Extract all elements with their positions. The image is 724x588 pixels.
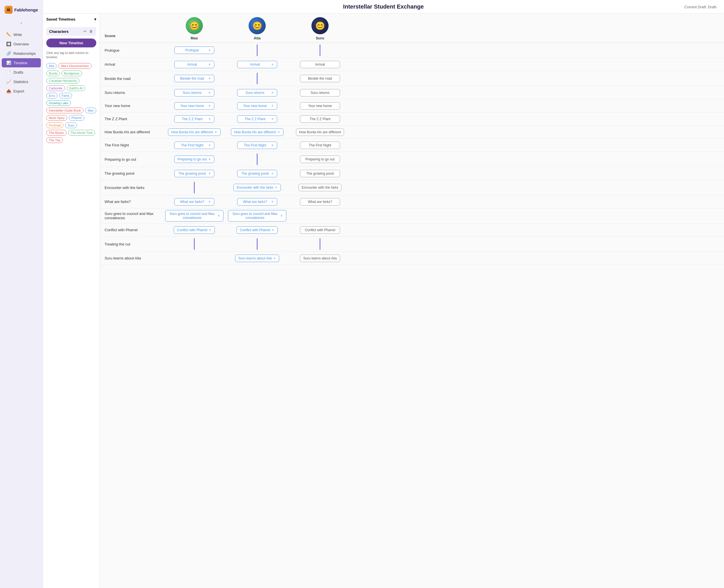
scene-tag[interactable]: Prologue× bbox=[174, 46, 214, 54]
scene-tag-remove-button[interactable]: × bbox=[208, 104, 211, 108]
tag-item[interactable]: Intersteller Guide Book bbox=[46, 108, 83, 113]
scene-tag[interactable]: The growing pond× bbox=[237, 170, 277, 177]
scene-tag-remove-button[interactable]: × bbox=[208, 91, 211, 95]
tag-item[interactable]: Pharrel bbox=[69, 115, 84, 121]
tag-item[interactable]: ProSnak bbox=[46, 123, 63, 128]
scene-tag[interactable]: What are farks?× bbox=[174, 198, 214, 206]
table-row: Beside the roadBeside the road×Beside th… bbox=[100, 71, 724, 86]
scene-label: Beside the road bbox=[100, 74, 163, 83]
nav-items: ✏️Write🔲Overview🔗Relationships📊Timeline📄… bbox=[0, 30, 43, 96]
scene-tag[interactable]: The First Night× bbox=[237, 142, 277, 149]
scene-cell-3-0: Suru returns× bbox=[163, 87, 226, 98]
scene-tag-remove-button[interactable]: × bbox=[275, 186, 278, 190]
tag-item[interactable]: Burdgeons bbox=[61, 70, 82, 76]
sidebar-item-statistics[interactable]: 📈Statistics bbox=[2, 77, 41, 86]
scene-tag-remove-button[interactable]: × bbox=[271, 117, 274, 121]
tag-item[interactable]: Max bbox=[85, 108, 96, 113]
write-icon: ✏️ bbox=[6, 32, 11, 37]
sidebar-item-export[interactable]: 📤Export bbox=[2, 86, 41, 96]
tag-item[interactable]: The Boxes bbox=[46, 130, 66, 135]
scene-tag-remove-button[interactable]: × bbox=[280, 214, 283, 218]
scene-tag-remove-button[interactable]: × bbox=[271, 200, 274, 204]
tag-item[interactable]: The Trip bbox=[46, 137, 63, 143]
tag-item[interactable]: Farks bbox=[59, 93, 72, 99]
scene-tag-remove-button[interactable]: × bbox=[208, 48, 211, 52]
scene-tag[interactable]: Your new home× bbox=[237, 102, 277, 110]
scene-tag-remove-button[interactable]: × bbox=[271, 143, 274, 147]
scene-tag-plain: Suru learns about Alia bbox=[300, 255, 340, 262]
characters-header: Characters ✏ 🗑 bbox=[46, 27, 96, 36]
scene-tag-text: The growing pond bbox=[177, 171, 207, 175]
table-row: The growing pondThe growing pond×The gro… bbox=[100, 167, 724, 180]
scene-tag-remove-button[interactable]: × bbox=[208, 77, 211, 81]
scene-tag[interactable]: How Burda AIs are different× bbox=[231, 128, 283, 136]
timeline-area[interactable]: Scene 😊 Max 😊 Alia 😊 Suru PrologueProlog… bbox=[100, 14, 724, 588]
scene-tag[interactable]: What are farks?× bbox=[237, 198, 277, 206]
header: Interstellar Student Exchange Current Dr… bbox=[43, 0, 724, 14]
tag-item[interactable]: Alia bbox=[46, 63, 57, 69]
tag-item[interactable]: Alia's Disconnection bbox=[58, 63, 92, 69]
scene-tag-text: Suru goes to council and Max convalesces bbox=[168, 212, 216, 220]
scene-tag-remove-button[interactable]: × bbox=[208, 200, 211, 204]
scene-tag[interactable]: Encounter with the farks× bbox=[234, 184, 281, 191]
scene-tag[interactable]: The growing pond× bbox=[174, 170, 214, 177]
scene-tag-remove-button[interactable]: × bbox=[271, 91, 274, 95]
delete-chars-button[interactable]: 🗑 bbox=[89, 29, 94, 34]
scene-tag[interactable]: Suru returns× bbox=[174, 89, 214, 97]
tag-item[interactable]: Growing Lake bbox=[46, 100, 71, 106]
scene-tag-remove-button[interactable]: × bbox=[277, 130, 280, 134]
sidebar-collapse[interactable]: ‹ bbox=[0, 18, 43, 30]
scene-tag-remove-button[interactable]: × bbox=[271, 104, 274, 108]
scene-cell-11-1: What are farks?× bbox=[226, 196, 288, 207]
chevron-down-icon[interactable]: ▾ bbox=[94, 17, 96, 21]
scene-tag[interactable]: Arrival× bbox=[174, 61, 214, 68]
scene-tag[interactable]: The First Night× bbox=[174, 142, 214, 149]
saved-timelines-header: Saved Timelines ▾ bbox=[46, 17, 96, 24]
tag-item[interactable]: Erra bbox=[46, 93, 57, 99]
scene-tag-remove-button[interactable]: × bbox=[208, 171, 211, 175]
scene-tag-remove-button[interactable]: × bbox=[208, 143, 211, 147]
scene-cell-5-1: The Z Z Plant× bbox=[226, 113, 288, 124]
scene-tag-remove-button[interactable]: × bbox=[214, 130, 217, 134]
scene-tag-text: Beside the road bbox=[177, 77, 207, 81]
tag-item[interactable]: Earth's AI bbox=[67, 85, 85, 91]
scene-tag[interactable]: Beside the road× bbox=[174, 75, 214, 82]
scene-tag-remove-button[interactable]: × bbox=[271, 171, 274, 175]
scene-tag-remove-button[interactable]: × bbox=[273, 256, 276, 260]
scene-tag-remove-button[interactable]: × bbox=[208, 117, 211, 121]
scene-tag[interactable]: How Burda AIs are different× bbox=[168, 128, 221, 136]
scene-tag[interactable]: Preparing to go out× bbox=[174, 155, 214, 163]
collapse-button[interactable]: ‹ bbox=[18, 19, 24, 26]
sidebar-item-timeline[interactable]: 📊Timeline bbox=[2, 58, 41, 67]
scene-tag-remove-button[interactable]: × bbox=[208, 63, 211, 66]
scene-tag[interactable]: Suru goes to council and Max convalesces… bbox=[165, 210, 223, 222]
scene-tag[interactable]: Conflict with Pharrel× bbox=[174, 226, 215, 234]
sidebar-item-relationships[interactable]: 🔗Relationships bbox=[2, 49, 41, 58]
tag-item[interactable]: Carbonite bbox=[46, 85, 65, 91]
sidebar-item-drafts[interactable]: 📄Drafts bbox=[2, 68, 41, 77]
scene-tag[interactable]: Arrival× bbox=[237, 61, 277, 68]
scene-tag-remove-button[interactable]: × bbox=[217, 214, 220, 218]
tag-item[interactable]: Canadian Monarchy bbox=[46, 78, 79, 84]
scene-tag[interactable]: The Z Z Plant× bbox=[237, 115, 277, 123]
tag-item[interactable]: The Home Tree bbox=[68, 130, 95, 135]
scene-tag-remove-button[interactable]: × bbox=[208, 228, 212, 232]
sidebar-item-overview[interactable]: 🔲Overview bbox=[2, 39, 41, 48]
scene-tag[interactable]: Conflict with Pharrel× bbox=[237, 226, 278, 234]
scene-tag[interactable]: Suru goes to council and Max convalesces… bbox=[228, 210, 286, 222]
tag-item[interactable]: Suru bbox=[65, 123, 77, 128]
edit-chars-button[interactable]: ✏ bbox=[83, 29, 87, 34]
scene-cell-4-0: Your new home× bbox=[163, 101, 226, 111]
scene-tag-remove-button[interactable]: × bbox=[271, 63, 274, 66]
sidebar-item-write[interactable]: ✏️Write bbox=[2, 30, 41, 39]
scene-tag-remove-button[interactable]: × bbox=[208, 157, 211, 161]
scene-tag[interactable]: Suru returns× bbox=[237, 89, 277, 97]
new-timeline-button[interactable]: New Timeline bbox=[46, 39, 96, 47]
tag-item[interactable]: Neck Injury bbox=[46, 115, 67, 121]
scene-tag[interactable]: Suru learns about Alia× bbox=[235, 255, 279, 262]
scene-tag-plain: Preparing to go out bbox=[300, 155, 340, 163]
scene-tag[interactable]: Your new home× bbox=[174, 102, 214, 110]
scene-tag-remove-button[interactable]: × bbox=[272, 228, 275, 232]
tag-item[interactable]: Burda bbox=[46, 70, 60, 76]
scene-tag[interactable]: The Z Z Plant× bbox=[174, 115, 214, 123]
